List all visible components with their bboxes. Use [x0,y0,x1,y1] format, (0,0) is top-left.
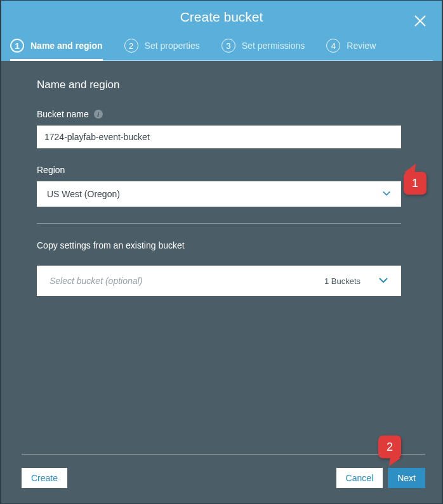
label-text: Bucket name [37,109,89,119]
modal-header: Create bucket 1 Name and region 2 Set pr… [1,1,442,61]
step-label: Name and region [30,41,103,51]
step-number: 2 [124,39,138,53]
step-number: 3 [221,39,235,53]
section-title: Name and region [37,79,416,91]
region-label: Region [37,165,416,175]
bucket-count: 1 Buckets [324,276,360,286]
cancel-button[interactable]: Cancel [336,468,383,488]
create-button[interactable]: Create [22,468,67,488]
copy-settings-field: Copy settings from an existing bucket Se… [37,240,416,296]
divider [37,223,401,224]
step-number: 1 [10,39,24,53]
close-button[interactable] [414,15,426,30]
modal-title: Create bucket [1,10,442,25]
wizard-steps: 1 Name and region 2 Set properties 3 Set… [1,39,442,60]
modal-content: Name and region Bucket name i Region US … [1,61,442,455]
step-set-properties[interactable]: 2 Set properties [124,39,200,60]
step-label: Set permissions [242,41,305,51]
region-field: Region US West (Oregon) [37,165,416,207]
region-select[interactable]: US West (Oregon) [37,181,401,207]
select-right: 1 Buckets [324,275,388,287]
info-icon[interactable]: i [94,110,103,119]
close-icon [414,18,426,29]
chevron-down-icon [378,275,388,287]
step-name-and-region[interactable]: 1 Name and region [10,39,103,60]
footer-right: Cancel Next [336,468,425,488]
annotation-callout-2: 2 [378,436,401,458]
bucket-name-input[interactable] [37,126,401,148]
chevron-down-icon [382,189,391,200]
step-label: Set properties [145,41,200,51]
step-number: 4 [326,39,340,53]
copy-bucket-select[interactable]: Select bucket (optional) 1 Buckets [37,266,401,296]
step-label: Review [347,41,376,51]
copy-bucket-placeholder: Select bucket (optional) [50,276,142,286]
step-review[interactable]: 4 Review [326,39,376,60]
region-value: US West (Oregon) [47,189,120,199]
bucket-name-label: Bucket name i [37,109,416,119]
bucket-name-field: Bucket name i [37,109,416,148]
modal-footer: Create Cancel Next [22,455,425,503]
next-button[interactable]: Next [388,468,425,488]
create-bucket-modal: Create bucket 1 Name and region 2 Set pr… [1,1,442,503]
copy-settings-label: Copy settings from an existing bucket [37,240,416,250]
step-set-permissions[interactable]: 3 Set permissions [221,39,305,60]
annotation-callout-1: 1 [404,172,426,195]
